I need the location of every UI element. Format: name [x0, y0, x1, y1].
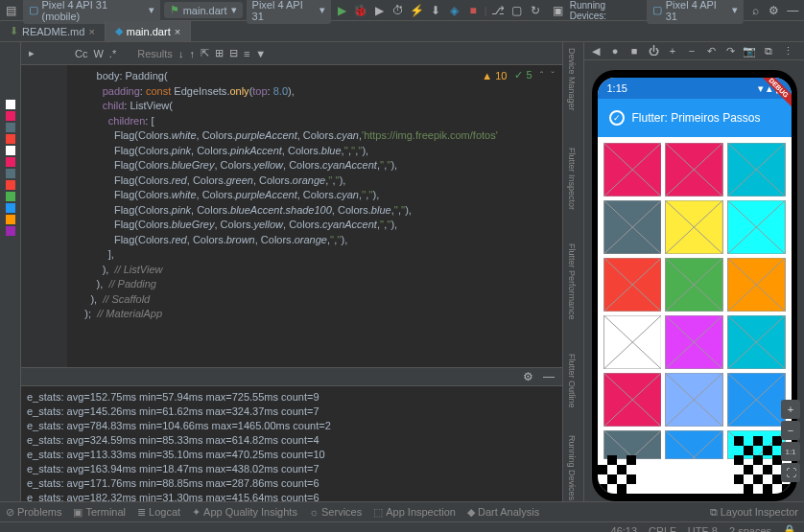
code-content[interactable]: body: Padding( padding: const EdgeInsets…	[67, 65, 562, 367]
device-icon[interactable]: ▢	[509, 3, 525, 18]
color-swatch[interactable]	[6, 134, 15, 144]
svg-line-53	[727, 430, 785, 459]
run-console[interactable]: e_stats: avg=152.75ms min=57.94ms max=72…	[21, 386, 562, 501]
phone-screen[interactable]: DEBUG 1:15 ▾ ▴ ▮ ✓ Flutter: Primeiros Pa…	[598, 78, 792, 494]
svg-line-50	[665, 430, 722, 459]
color-swatch[interactable]	[6, 123, 15, 132]
hide-icon[interactable]: —	[785, 3, 800, 18]
coverage-icon[interactable]: ▶	[372, 3, 388, 18]
stop-icon[interactable]: ■	[465, 3, 481, 18]
flag-tile	[665, 143, 723, 197]
sync-icon[interactable]: ↻	[529, 3, 544, 18]
app-inspection-tab[interactable]: ⬚ App Inspection	[373, 506, 456, 519]
tab-readme[interactable]: ⬇README.md×	[0, 21, 106, 41]
layout-inspector-tab[interactable]: ⧉ Layout Inspector	[710, 506, 798, 519]
device-manager-tab[interactable]: Device Manager	[567, 48, 577, 111]
color-swatch[interactable]	[6, 180, 15, 190]
vol-up-icon[interactable]: +	[665, 43, 680, 58]
line-ending[interactable]: CRLF	[649, 525, 676, 533]
line-numbers	[21, 65, 67, 367]
encoding[interactable]: UTF-8	[688, 525, 718, 533]
vol-down-icon[interactable]: −	[684, 43, 699, 58]
profile-icon[interactable]: ⏱	[390, 3, 406, 18]
status-time: 1:15	[607, 82, 627, 94]
regex-icon[interactable]: .*	[109, 48, 116, 59]
color-swatch[interactable]	[6, 226, 15, 236]
run-window-icon[interactable]: ▣	[551, 3, 566, 18]
match-case-toggle[interactable]: Cc	[75, 48, 87, 59]
app-bar: ✓ Flutter: Primeiros Passos	[598, 99, 792, 137]
camera-icon[interactable]: 📷	[742, 43, 757, 58]
flutter-devtools-icon[interactable]: ◈	[447, 3, 462, 18]
words-toggle[interactable]: W	[93, 48, 103, 59]
more-icon[interactable]: ⋮	[780, 43, 795, 58]
hot-reload-icon[interactable]: ⚡	[410, 3, 425, 18]
logcat-tab[interactable]: ≣ Logcat	[137, 506, 180, 519]
settings-icon[interactable]: ⚙	[767, 3, 782, 18]
running-devices-tab[interactable]: Running Devices	[567, 435, 577, 500]
minimize-icon[interactable]: —	[541, 369, 556, 384]
find-toolbar: ▸ Cc W .* Results ↓ ↑ ⇱ ⊞ ⊟ ≡ ▼	[21, 42, 562, 65]
flutter-performance-tab[interactable]: Flutter Performance	[567, 243, 577, 320]
rotate-left-icon[interactable]: ↶	[703, 43, 719, 58]
flutter-inspector-tab[interactable]: Flutter Inspector	[567, 148, 577, 210]
editor[interactable]: body: Padding( padding: const EdgeInsets…	[21, 65, 562, 367]
search-icon[interactable]: ⌕	[747, 3, 763, 18]
next-icon[interactable]: ↑	[189, 48, 195, 59]
gear-icon[interactable]: ⚙	[520, 369, 535, 384]
device-selector[interactable]: ▢Pixel 4 API 31 (mobile)▾	[23, 0, 160, 24]
color-swatch[interactable]	[6, 111, 15, 121]
running-device-selector[interactable]: ▢Pixel 4 API 31▾	[647, 0, 745, 24]
file-tabs: ⬇README.md× ◆main.dart×	[0, 21, 804, 42]
debug-icon[interactable]: 🐞	[353, 3, 368, 18]
terminal-tab[interactable]: ▣ Terminal	[73, 506, 126, 519]
prev-icon[interactable]: ↓	[178, 48, 184, 59]
flag-tile	[727, 373, 786, 427]
color-swatch[interactable]	[6, 203, 15, 213]
select-all-icon[interactable]: ⇱	[201, 47, 209, 59]
git-icon[interactable]: ⎇	[491, 3, 507, 18]
remove-selection-icon[interactable]: ⊟	[229, 47, 238, 59]
color-swatch[interactable]	[6, 215, 15, 224]
device-selector-2[interactable]: Pixel 4 API 31▾	[247, 0, 331, 24]
zoom-out-button[interactable]: −	[781, 421, 800, 440]
collapse-icon[interactable]: ▸	[29, 47, 35, 59]
home-icon[interactable]: ●	[607, 43, 623, 58]
tab-readme-label: README.md	[22, 26, 84, 37]
cursor-position[interactable]: 46:13	[611, 525, 638, 533]
attach-icon[interactable]: ⬇	[428, 3, 443, 18]
zoom-reset-button[interactable]: ⛶	[781, 463, 800, 482]
ide-status-bar: 46:13 CRLF UTF-8 2 spaces 🔒	[0, 521, 804, 532]
indent-setting[interactable]: 2 spaces	[729, 525, 771, 533]
app-quality-tab[interactable]: ✦ App Quality Insights	[192, 506, 297, 519]
rotate-right-icon[interactable]: ↷	[722, 43, 738, 58]
readonly-icon[interactable]: 🔒	[783, 524, 796, 532]
run-config-selector[interactable]: ⚑main.dart▾	[164, 2, 243, 18]
problems-tab[interactable]: ⊘ Problems	[6, 506, 61, 519]
overview-icon[interactable]: ■	[627, 43, 642, 58]
flag-tile	[665, 430, 723, 459]
run-icon[interactable]: ▶	[335, 3, 350, 18]
back-icon[interactable]: ◀	[588, 43, 603, 58]
power-icon[interactable]: ⏻	[646, 43, 661, 58]
color-swatch[interactable]	[6, 192, 15, 201]
color-swatch[interactable]	[6, 146, 15, 155]
editor-warnings[interactable]: ▲ 10 ✓ 5 ˆ ˇ	[482, 69, 555, 81]
tab-main-dart[interactable]: ◆main.dart×	[106, 21, 191, 41]
dart-analysis-tab[interactable]: ◆ Dart Analysis	[467, 506, 539, 519]
zoom-fit-button[interactable]: 1:1	[781, 442, 800, 461]
services-tab[interactable]: ☼ Services	[309, 506, 362, 518]
add-selection-icon[interactable]: ⊞	[215, 47, 224, 59]
zoom-in-button[interactable]: +	[781, 400, 800, 419]
flag-tile	[603, 143, 662, 197]
filter-icon[interactable]: ▼	[255, 48, 266, 59]
color-swatch[interactable]	[6, 100, 15, 109]
listview[interactable]	[598, 137, 792, 494]
flutter-outline-tab[interactable]: Flutter Outline	[567, 354, 577, 408]
screenshot-icon[interactable]: ⧉	[761, 43, 776, 58]
flag-tile	[727, 430, 786, 459]
color-swatch[interactable]	[6, 169, 15, 178]
device2-label: Pixel 4 API 31	[252, 0, 316, 22]
color-swatch[interactable]	[6, 157, 15, 167]
menu-icon[interactable]: ▤	[4, 3, 19, 18]
